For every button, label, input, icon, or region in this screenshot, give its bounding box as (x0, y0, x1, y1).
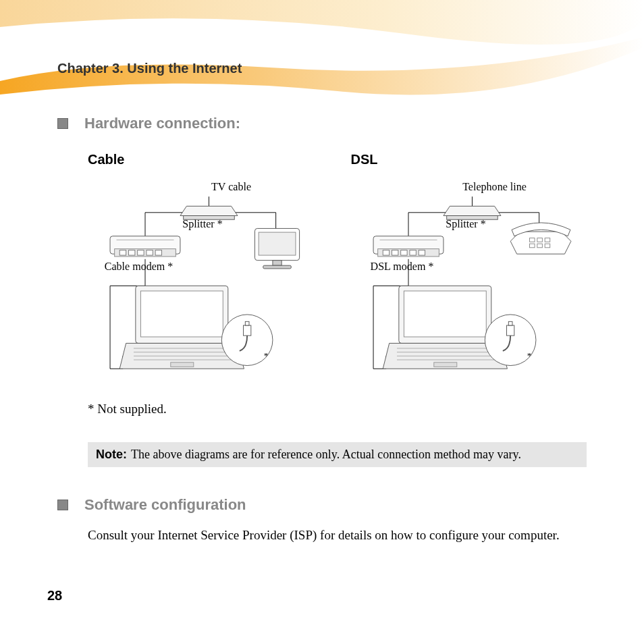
svg-rect-32 (400, 250, 406, 256)
telephone-line-label: Telephone line (462, 181, 527, 193)
svg-rect-37 (537, 238, 542, 242)
svg-rect-33 (409, 250, 415, 256)
svg-rect-38 (545, 238, 550, 242)
svg-rect-30 (383, 250, 389, 256)
cable-diagram-svg: TV cable Splitter * Cable modem * (88, 171, 324, 387)
diagrams-row: Cable TV cable Splitter * Cable modem * (88, 152, 587, 388)
note-box: Note: The above diagrams are for referen… (88, 442, 587, 467)
svg-rect-4 (119, 250, 126, 256)
svg-rect-23 (243, 325, 250, 336)
note-label: Note: (96, 448, 127, 462)
svg-rect-11 (259, 232, 296, 255)
diagram-dsl: DSL Telephone line Splitter * DSL modem … (351, 152, 587, 388)
dsl-modem-label: DSL modem * (370, 261, 433, 272)
svg-rect-41 (545, 244, 550, 248)
svg-rect-7 (146, 250, 153, 256)
section-heading: Software configuration (84, 496, 246, 514)
dsl-diagram-svg: Telephone line Splitter * DSL modem * (351, 171, 587, 387)
svg-rect-40 (537, 244, 542, 248)
square-bullet-icon (57, 500, 68, 510)
svg-rect-27 (446, 216, 498, 220)
svg-rect-1 (184, 216, 235, 220)
svg-rect-36 (529, 238, 535, 242)
telephone-icon (510, 223, 571, 254)
section-hardware-connection: Hardware connection: (57, 115, 587, 132)
diagram-title: Cable (88, 152, 324, 167)
svg-rect-6 (138, 250, 144, 256)
section-heading: Hardware connection: (84, 115, 240, 132)
square-bullet-icon (57, 118, 68, 129)
splitter-icon (443, 206, 500, 219)
body-paragraph: Consult your Internet Service Provider (… (88, 527, 587, 544)
svg-rect-44 (404, 291, 486, 337)
cable-modem-label: Cable modem * (105, 261, 173, 272)
svg-rect-13 (263, 265, 292, 269)
diagram-title: DSL (351, 152, 587, 167)
chapter-title: Chapter 3. Using the Internet (57, 61, 242, 76)
plug-zoom-icon: * (221, 315, 273, 366)
cable-modem-icon (110, 236, 180, 257)
svg-rect-49 (433, 363, 456, 367)
svg-rect-5 (128, 250, 134, 256)
svg-rect-51 (506, 325, 514, 336)
svg-rect-24 (245, 321, 249, 325)
svg-rect-31 (392, 250, 398, 256)
svg-rect-12 (273, 261, 281, 266)
note-text: The above diagrams are for reference onl… (131, 448, 521, 462)
svg-rect-39 (529, 244, 535, 248)
tv-monitor-icon (254, 228, 299, 269)
svg-rect-34 (419, 250, 425, 256)
page-number: 28 (47, 588, 62, 603)
svg-rect-8 (155, 250, 161, 256)
splitter-icon (180, 206, 238, 219)
diagram-cable: Cable TV cable Splitter * Cable modem * (88, 152, 324, 388)
svg-text:*: * (527, 350, 531, 360)
section-software-configuration: Software configuration (57, 496, 587, 514)
plug-zoom-icon: * (485, 315, 536, 366)
dsl-modem-icon (373, 236, 444, 257)
svg-rect-16 (140, 291, 223, 337)
svg-rect-52 (508, 321, 512, 325)
tv-cable-label: TV cable (211, 181, 251, 192)
footnote-not-supplied: * Not supplied. (88, 402, 167, 417)
svg-text:*: * (264, 350, 269, 360)
svg-rect-21 (171, 363, 194, 367)
